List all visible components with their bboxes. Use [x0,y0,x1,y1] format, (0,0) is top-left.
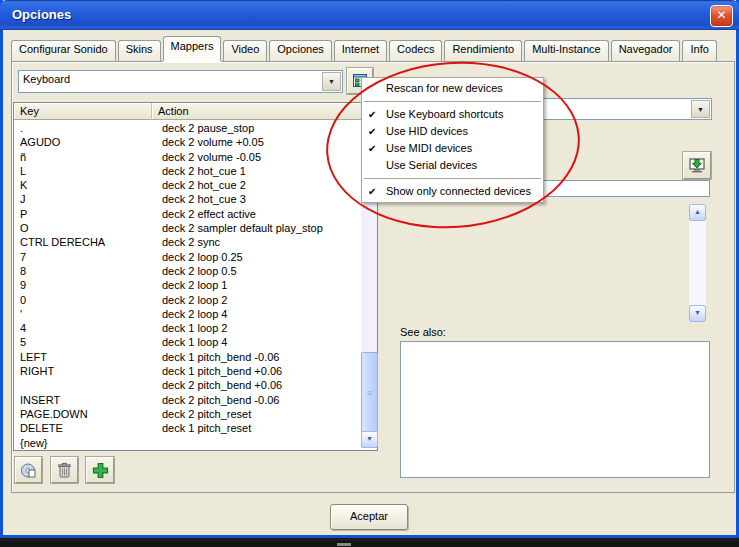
table-row[interactable]: 9 deck 2 loop 1 [14,278,360,292]
table-row[interactable]: J deck 2 hot_cue 3 [14,192,360,206]
action-cell: deck 2 loop 4 [158,307,360,321]
tab[interactable]: Info [682,40,716,61]
accept-button-label: Aceptar [350,510,388,522]
action-cell: deck 2 loop 0.5 [158,264,360,278]
close-button[interactable]: ✕ [710,5,733,27]
key-cell: P [14,207,158,221]
menu-item-label: Rescan for new devices [386,82,503,94]
see-also-label: See also: [400,326,446,338]
scrollbar-thumb[interactable]: ≡ [361,352,378,434]
key-cell: 0 [14,293,158,307]
copy-mapper-button[interactable] [15,457,42,483]
scroll-up-icon[interactable]: ▲ [689,204,706,221]
action-cell: deck 2 pitch_bend +0.06 [158,378,360,392]
menu-item-label: Show only connected devices [386,185,531,197]
menu-item-label: Use HID devices [386,125,468,137]
table-row[interactable]: 0 deck 2 loop 2 [14,293,360,307]
table-body: . deck 2 pause_stop AGUDO deck 2 volume … [14,121,360,450]
action-cell: deck 2 loop 2 [158,293,360,307]
tab[interactable]: Video [223,40,267,61]
table-row[interactable]: L deck 2 hot_cue 1 [14,164,360,178]
key-cell: PAGE.DOWN [14,407,158,421]
table-row[interactable]: 7 deck 2 loop 0.25 [14,250,360,264]
table-row[interactable]: 5 deck 1 loop 4 [14,335,360,349]
key-cell: RIGHT [14,364,158,378]
tab[interactable]: Multi-Instance [524,40,608,61]
action-cell: deck 1 loop 2 [158,321,360,335]
key-cell: CTRL DERECHA [14,235,158,249]
table-row[interactable]: ñ deck 2 volume -0.05 [14,150,360,164]
tab-strip: Configurar Sonido Skins Mappers Video Op… [11,38,719,61]
device-combobox[interactable]: Keyboard ▼ [18,70,343,93]
table-row[interactable]: {new} [14,436,360,450]
table-row[interactable]: INSERT deck 2 pitch_bend -0.06 [14,393,360,407]
action-cell: deck 2 effect active [158,207,360,221]
table-row[interactable]: PAGE.DOWN deck 2 pitch_reset [14,407,360,421]
table-row[interactable]: RIGHT deck 1 pitch_bend +0.06 [14,364,360,378]
delete-mapper-button[interactable] [51,457,78,483]
table-row[interactable]: CTRL DERECHA deck 2 sync [14,235,360,249]
key-cell: 9 [14,278,158,292]
table-row[interactable]: 8 deck 2 loop 0.5 [14,264,360,278]
key-cell: LEFT [14,350,158,364]
key-cell: INSERT [14,393,158,407]
chevron-down-icon[interactable]: ▼ [322,72,341,91]
column-header-action[interactable]: Action [152,103,377,120]
key-cell: J [14,192,158,206]
check-icon: ✔ [368,123,376,140]
table-row[interactable]: deck 2 pitch_bend +0.06 [14,378,360,392]
scroll-down-icon[interactable]: ▼ [689,305,706,322]
action-cell: deck 2 sync [158,235,360,249]
accept-button[interactable]: Aceptar [330,504,408,530]
tab[interactable]: Navegador [611,40,681,61]
chevron-down-icon[interactable]: ▼ [691,100,710,118]
menu-item[interactable]: ✔ Use Keyboard shortcuts [362,106,543,123]
action-cell: deck 1 pitch_reset [158,421,360,435]
menu-item[interactable]: ✔ Use HID devices [362,123,543,140]
table-row[interactable]: 4 deck 1 loop 2 [14,321,360,335]
trash-icon [57,462,72,479]
download-mapping-button[interactable] [683,152,711,179]
table-row[interactable]: K deck 2 hot_cue 2 [14,178,360,192]
action-cell: deck 2 pitch_reset [158,407,360,421]
action-cell: deck 2 pause_stop [158,121,360,135]
menu-item[interactable]: ✔ Rescan for new devices [362,80,543,97]
add-mapping-button[interactable] [86,457,114,483]
key-cell: ñ [14,150,158,164]
action-cell: deck 2 hot_cue 3 [158,192,360,206]
table-row[interactable]: ' deck 2 loop 4 [14,307,360,321]
menu-item[interactable]: ✔ Show only connected devices [362,183,543,200]
screen: Opciones ✕ Configurar Sonido Skins Mappe… [0,0,739,547]
menu-item[interactable]: ✔ Use MIDI devices [362,140,543,157]
close-icon: ✕ [716,8,726,22]
tab[interactable]: Codecs [389,40,442,61]
table-row[interactable]: DELETE deck 1 pitch_reset [14,421,360,435]
table-row[interactable]: AGUDO deck 2 volume +0.05 [14,135,360,149]
action-cell: deck 2 volume +0.05 [158,135,360,149]
action-cell: deck 1 pitch_bend -0.06 [158,350,360,364]
tab[interactable]: Configurar Sonido [11,40,116,61]
table-row[interactable]: . deck 2 pause_stop [14,121,360,135]
action-cell [158,436,360,450]
device-combobox-value: Keyboard [19,71,321,92]
table-row[interactable]: O deck 2 sampler default play_stop [14,221,360,235]
key-cell: O [14,221,158,235]
table-row[interactable]: LEFT deck 1 pitch_bend -0.06 [14,350,360,364]
see-also-listbox[interactable] [400,341,710,478]
table-row[interactable]: P deck 2 effect active [14,207,360,221]
tab[interactable]: Opciones [269,40,331,61]
scroll-down-icon[interactable]: ▼ [361,431,378,448]
description-scrollbar[interactable]: ▲ ▼ [689,204,706,322]
column-header-key[interactable]: Key [14,103,152,120]
tab[interactable]: Mappers [163,36,222,61]
action-cell: deck 1 loop 4 [158,335,360,349]
tab[interactable]: Skins [118,40,161,61]
key-cell: AGUDO [14,135,158,149]
key-cell: L [14,164,158,178]
tab[interactable]: Internet [334,40,387,61]
menu-item[interactable]: ✔ Use Serial devices [362,157,543,174]
menu-item-label: Use Keyboard shortcuts [386,108,503,120]
table-header: Key Action [14,103,377,120]
tab[interactable]: Rendimiento [444,40,522,61]
action-cell: deck 2 loop 1 [158,278,360,292]
